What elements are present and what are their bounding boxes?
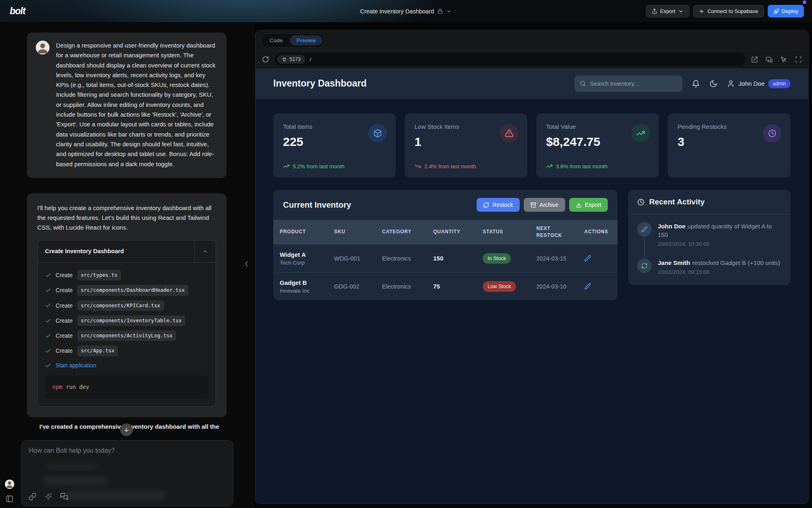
scroll-to-bottom-button[interactable] xyxy=(120,423,133,436)
step-action: Create xyxy=(56,286,73,295)
external-link-icon[interactable] xyxy=(751,56,758,63)
restock-button[interactable]: Restock xyxy=(477,198,520,212)
account-avatar[interactable] xyxy=(5,480,14,489)
alert-triangle-icon xyxy=(500,124,518,143)
start-application-step: Start application xyxy=(45,361,208,370)
pencil-icon[interactable] xyxy=(584,255,591,262)
pointer-icon[interactable] xyxy=(780,56,787,63)
activity-title: Recent Activity xyxy=(649,198,705,206)
step-file[interactable]: src/components/DashboardHeader.tsx xyxy=(77,285,188,295)
tab-code[interactable]: Code xyxy=(263,35,289,46)
sparkles-icon[interactable] xyxy=(44,493,52,501)
deploy-button[interactable]: Deploy xyxy=(768,5,804,17)
redacted-blob xyxy=(65,490,166,501)
chevron-up-icon xyxy=(202,248,208,254)
clock-icon xyxy=(637,198,645,206)
table-header-row: PRODUCT SKU CATEGORY QUANTITY STATUS NEX… xyxy=(273,220,618,244)
url-field[interactable]: 5173 / xyxy=(275,53,745,66)
status-badge: In Stock xyxy=(483,253,511,264)
chat-input-panel xyxy=(21,440,233,506)
chat-icon[interactable] xyxy=(60,493,68,501)
bell-icon[interactable] xyxy=(692,80,700,88)
project-title: Create Inventory Dashboard xyxy=(360,8,434,15)
step-file[interactable]: src/App.tsx xyxy=(77,345,118,356)
step-file[interactable]: src/components/KPICard.tsx xyxy=(77,300,164,311)
export-button[interactable]: Export xyxy=(646,5,690,17)
activity-action: restocked Gadget B (+100 units) xyxy=(692,259,780,266)
step-file[interactable]: src/components/ActivityLog.tsx xyxy=(77,330,176,341)
collapse-chat-button[interactable] xyxy=(242,259,251,268)
table-row: Widget A Tech Corp WDG-001 Electronics 1… xyxy=(273,244,618,272)
step-file[interactable]: src/components/InventoryTable.tsx xyxy=(77,315,185,326)
kpi-trend-text: 2.4% from last month xyxy=(424,163,476,169)
next-restock-date: 2024-03-10 xyxy=(530,272,578,300)
dashboard-content: Total Items 225 5.2% from last month Low… xyxy=(255,99,808,300)
role-badge: admin xyxy=(768,79,790,88)
archive-button[interactable]: Archive xyxy=(524,198,565,212)
export-data-label: Export xyxy=(585,202,601,208)
inventory-search xyxy=(574,76,682,92)
inventory-card-header: Current Inventory Restock Archive xyxy=(273,190,618,220)
product-sku: WDG-001 xyxy=(328,244,376,272)
kpi-trend: 2.4% from last month xyxy=(415,163,476,169)
port-pill[interactable]: 5173 xyxy=(277,55,305,64)
check-icon xyxy=(45,287,51,293)
reload-icon[interactable] xyxy=(262,56,269,63)
pencil-icon xyxy=(637,222,652,237)
step-action: Create xyxy=(56,346,73,356)
user-icon xyxy=(727,80,735,88)
product-quantity[interactable]: 75 xyxy=(427,272,476,300)
activity-time: 20/02/2024, 09:15:00 xyxy=(658,269,780,275)
product-name: Widget A xyxy=(280,251,321,258)
product-quantity[interactable]: 150 xyxy=(427,244,476,272)
notification-dot xyxy=(803,0,806,4)
panel-left-icon[interactable] xyxy=(6,495,13,503)
connect-supabase-button[interactable]: Connect to Supabase xyxy=(693,5,764,17)
artifact-steps: Create src/types.ts Create src/component… xyxy=(38,262,216,406)
kpi-trend-text: 3.8% from last month xyxy=(556,163,608,169)
top-bar: bolt Create Inventory Dashboard Export C… xyxy=(0,0,812,23)
product-supplier: Innovate Inc xyxy=(280,288,321,294)
step-action: Create xyxy=(56,271,73,280)
product-category: Electronics xyxy=(376,272,427,300)
command-args: run dev xyxy=(66,384,89,390)
command-name: npm xyxy=(52,384,62,390)
tab-preview[interactable]: Preview xyxy=(290,35,322,46)
check-icon xyxy=(45,318,51,324)
check-icon xyxy=(45,272,51,278)
search-input[interactable] xyxy=(590,80,678,87)
status-badge: Low Stock xyxy=(483,281,516,292)
link-icon[interactable] xyxy=(28,493,37,501)
chat-input[interactable] xyxy=(22,441,233,465)
restock-label: Restock xyxy=(492,202,513,208)
url-path: / xyxy=(310,56,311,63)
recent-activity-card: Recent Activity John Doeupdated quantity… xyxy=(628,190,790,285)
lock-icon xyxy=(437,9,443,14)
kpi-row: Total Items 225 5.2% from last month Low… xyxy=(273,113,790,178)
chevron-down-icon xyxy=(446,9,452,14)
preview-url-bar: 5173 / xyxy=(255,50,808,69)
user-menu[interactable]: John Doe admin xyxy=(727,79,790,88)
archive-icon xyxy=(530,202,536,208)
project-title-menu[interactable]: Create Inventory Dashboard xyxy=(360,0,452,23)
export-label: Export xyxy=(660,8,676,14)
artifact-step: Create src/components/KPICard.tsx xyxy=(45,300,208,311)
product-sku: GDG-002 xyxy=(328,272,376,300)
trending-up-icon xyxy=(546,163,553,169)
collapse-artifact-button[interactable] xyxy=(194,241,216,262)
start-application-link[interactable]: Start application xyxy=(56,361,96,370)
trending-down-icon xyxy=(415,163,421,169)
devices-icon[interactable] xyxy=(766,56,773,63)
export-data-button[interactable]: Export xyxy=(569,198,608,212)
moon-icon[interactable] xyxy=(709,80,717,88)
artifact-step: Create src/types.ts xyxy=(45,270,208,280)
assistant-followup: I've created a comprehensive inventory d… xyxy=(39,423,227,430)
step-action: Create xyxy=(56,316,73,326)
check-icon xyxy=(45,363,51,369)
col-next-restock: NEXT RESTOCK xyxy=(530,220,578,244)
pencil-icon[interactable] xyxy=(584,283,591,290)
list-item: John Doeupdated quantity of Widget A to … xyxy=(637,222,782,247)
chat-panel: Design a responsive and user-friendly in… xyxy=(0,23,255,508)
step-file[interactable]: src/types.ts xyxy=(77,270,121,280)
fullscreen-icon[interactable] xyxy=(795,56,802,63)
